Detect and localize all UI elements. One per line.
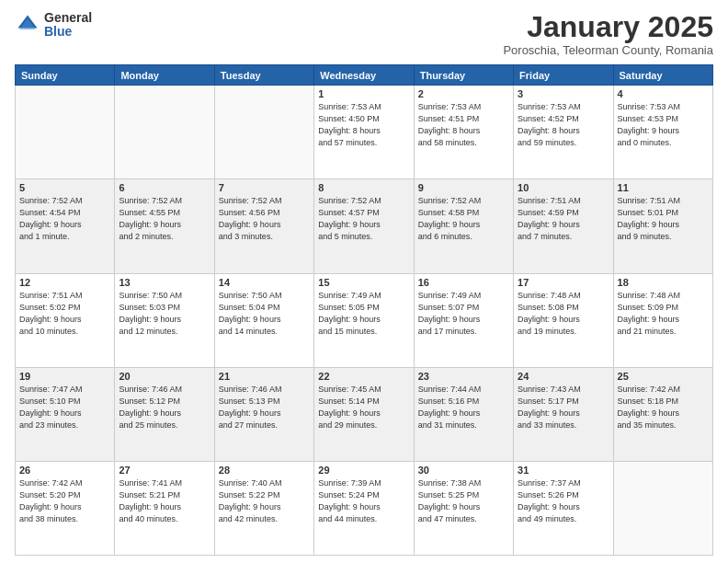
table-row: 16Sunrise: 7:49 AM Sunset: 5:07 PM Dayli… (414, 273, 513, 367)
day-number: 21 (219, 371, 310, 382)
table-row: 17Sunrise: 7:48 AM Sunset: 5:08 PM Dayli… (514, 273, 613, 367)
table-row: 3Sunrise: 7:53 AM Sunset: 4:52 PM Daylig… (514, 86, 613, 179)
day-number: 14 (219, 277, 310, 288)
day-number: 3 (518, 88, 609, 99)
table-row: 30Sunrise: 7:38 AM Sunset: 5:25 PM Dayli… (414, 461, 513, 555)
day-info: Sunrise: 7:44 AM Sunset: 5:16 PM Dayligh… (418, 384, 509, 431)
day-info: Sunrise: 7:45 AM Sunset: 5:14 PM Dayligh… (318, 384, 409, 431)
page: General Blue January 2025 Poroschia, Tel… (0, 0, 728, 563)
day-info: Sunrise: 7:53 AM Sunset: 4:53 PM Dayligh… (618, 101, 709, 149)
day-number: 16 (418, 277, 509, 288)
table-row: 2Sunrise: 7:53 AM Sunset: 4:51 PM Daylig… (414, 86, 513, 179)
table-row: 27Sunrise: 7:41 AM Sunset: 5:21 PM Dayli… (115, 461, 214, 555)
day-info: Sunrise: 7:52 AM Sunset: 4:55 PM Dayligh… (119, 195, 210, 243)
table-row (214, 86, 313, 179)
header-monday: Monday (115, 65, 214, 86)
header-saturday: Saturday (613, 65, 712, 86)
day-info: Sunrise: 7:41 AM Sunset: 5:21 PM Dayligh… (119, 477, 210, 525)
day-number: 13 (119, 277, 210, 288)
day-info: Sunrise: 7:37 AM Sunset: 5:26 PM Dayligh… (518, 477, 609, 525)
day-info: Sunrise: 7:50 AM Sunset: 5:03 PM Dayligh… (119, 290, 210, 338)
day-number: 20 (119, 371, 210, 382)
day-number: 18 (618, 277, 709, 288)
day-info: Sunrise: 7:43 AM Sunset: 5:17 PM Dayligh… (518, 384, 609, 431)
day-info: Sunrise: 7:52 AM Sunset: 4:54 PM Dayligh… (19, 195, 110, 243)
table-row: 24Sunrise: 7:43 AM Sunset: 5:17 PM Dayli… (514, 367, 613, 461)
table-row: 29Sunrise: 7:39 AM Sunset: 5:24 PM Dayli… (314, 461, 414, 555)
calendar-header-row: Sunday Monday Tuesday Wednesday Thursday… (16, 65, 713, 86)
day-number: 28 (219, 465, 310, 476)
table-row: 7Sunrise: 7:52 AM Sunset: 4:56 PM Daylig… (214, 179, 313, 273)
day-info: Sunrise: 7:53 AM Sunset: 4:52 PM Dayligh… (518, 101, 609, 149)
day-number: 22 (318, 371, 409, 382)
logo-general-text: General (44, 11, 92, 25)
day-number: 15 (318, 277, 409, 288)
day-number: 7 (219, 182, 310, 193)
day-info: Sunrise: 7:40 AM Sunset: 5:22 PM Dayligh… (219, 477, 310, 525)
day-number: 5 (19, 182, 110, 193)
table-row: 22Sunrise: 7:45 AM Sunset: 5:14 PM Dayli… (314, 367, 414, 461)
table-row: 12Sunrise: 7:51 AM Sunset: 5:02 PM Dayli… (16, 273, 115, 367)
day-number: 29 (318, 465, 409, 476)
table-row: 28Sunrise: 7:40 AM Sunset: 5:22 PM Dayli… (214, 461, 313, 555)
table-row: 26Sunrise: 7:42 AM Sunset: 5:20 PM Dayli… (16, 461, 115, 555)
logo-text: General Blue (44, 11, 92, 40)
calendar-table: Sunday Monday Tuesday Wednesday Thursday… (15, 64, 713, 556)
table-row: 9Sunrise: 7:52 AM Sunset: 4:58 PM Daylig… (414, 179, 513, 273)
day-number: 12 (19, 277, 110, 288)
calendar-week-row: 19Sunrise: 7:47 AM Sunset: 5:10 PM Dayli… (16, 367, 713, 461)
day-number: 4 (618, 88, 709, 99)
day-info: Sunrise: 7:53 AM Sunset: 4:51 PM Dayligh… (418, 101, 509, 149)
table-row: 5Sunrise: 7:52 AM Sunset: 4:54 PM Daylig… (16, 179, 115, 273)
day-info: Sunrise: 7:38 AM Sunset: 5:25 PM Dayligh… (418, 477, 509, 525)
table-row: 15Sunrise: 7:49 AM Sunset: 5:05 PM Dayli… (314, 273, 414, 367)
day-info: Sunrise: 7:51 AM Sunset: 5:02 PM Dayligh… (19, 290, 110, 338)
calendar-week-row: 26Sunrise: 7:42 AM Sunset: 5:20 PM Dayli… (16, 461, 713, 555)
day-info: Sunrise: 7:52 AM Sunset: 4:57 PM Dayligh… (318, 195, 409, 243)
day-info: Sunrise: 7:46 AM Sunset: 5:12 PM Dayligh… (119, 384, 210, 431)
table-row: 31Sunrise: 7:37 AM Sunset: 5:26 PM Dayli… (514, 461, 613, 555)
day-info: Sunrise: 7:39 AM Sunset: 5:24 PM Dayligh… (318, 477, 409, 525)
day-number: 2 (418, 88, 509, 99)
table-row: 21Sunrise: 7:46 AM Sunset: 5:13 PM Dayli… (214, 367, 313, 461)
calendar-week-row: 12Sunrise: 7:51 AM Sunset: 5:02 PM Dayli… (16, 273, 713, 367)
header-thursday: Thursday (414, 65, 513, 86)
header-friday: Friday (514, 65, 613, 86)
table-row: 25Sunrise: 7:42 AM Sunset: 5:18 PM Dayli… (613, 367, 712, 461)
day-info: Sunrise: 7:42 AM Sunset: 5:20 PM Dayligh… (19, 477, 110, 525)
day-info: Sunrise: 7:46 AM Sunset: 5:13 PM Dayligh… (219, 384, 310, 431)
header-tuesday: Tuesday (214, 65, 313, 86)
table-row: 18Sunrise: 7:48 AM Sunset: 5:09 PM Dayli… (613, 273, 712, 367)
day-number: 11 (618, 182, 709, 193)
day-number: 31 (518, 465, 609, 476)
table-row: 14Sunrise: 7:50 AM Sunset: 5:04 PM Dayli… (214, 273, 313, 367)
logo-blue-text: Blue (44, 25, 92, 39)
day-number: 1 (318, 88, 409, 99)
table-row: 23Sunrise: 7:44 AM Sunset: 5:16 PM Dayli… (414, 367, 513, 461)
day-number: 10 (518, 182, 609, 193)
day-info: Sunrise: 7:50 AM Sunset: 5:04 PM Dayligh… (219, 290, 310, 338)
day-info: Sunrise: 7:51 AM Sunset: 4:59 PM Dayligh… (518, 195, 609, 243)
table-row: 8Sunrise: 7:52 AM Sunset: 4:57 PM Daylig… (314, 179, 414, 273)
table-row (16, 86, 115, 179)
day-number: 25 (618, 371, 709, 382)
day-info: Sunrise: 7:51 AM Sunset: 5:01 PM Dayligh… (618, 195, 709, 243)
calendar-week-row: 1Sunrise: 7:53 AM Sunset: 4:50 PM Daylig… (16, 86, 713, 179)
calendar-week-row: 5Sunrise: 7:52 AM Sunset: 4:54 PM Daylig… (16, 179, 713, 273)
header: General Blue January 2025 Poroschia, Tel… (15, 11, 713, 57)
day-number: 23 (418, 371, 509, 382)
day-number: 6 (119, 182, 210, 193)
day-number: 26 (19, 465, 110, 476)
day-info: Sunrise: 7:52 AM Sunset: 4:58 PM Dayligh… (418, 195, 509, 243)
header-wednesday: Wednesday (314, 65, 414, 86)
day-number: 8 (318, 182, 409, 193)
day-info: Sunrise: 7:53 AM Sunset: 4:50 PM Dayligh… (318, 101, 409, 149)
day-info: Sunrise: 7:42 AM Sunset: 5:18 PM Dayligh… (618, 384, 709, 431)
logo: General Blue (15, 11, 92, 40)
table-row: 13Sunrise: 7:50 AM Sunset: 5:03 PM Dayli… (115, 273, 214, 367)
table-row: 20Sunrise: 7:46 AM Sunset: 5:12 PM Dayli… (115, 367, 214, 461)
day-number: 27 (119, 465, 210, 476)
day-number: 30 (418, 465, 509, 476)
day-number: 19 (19, 371, 110, 382)
day-info: Sunrise: 7:49 AM Sunset: 5:07 PM Dayligh… (418, 290, 509, 338)
